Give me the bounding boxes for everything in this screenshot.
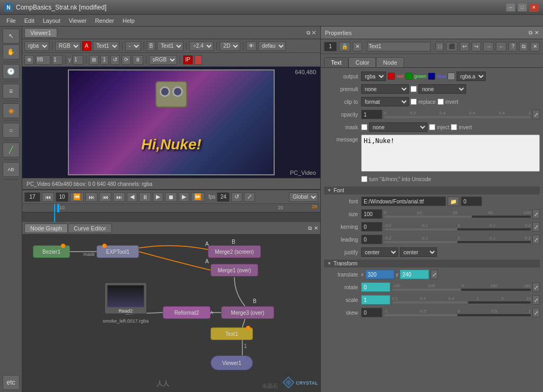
frame-value[interactable]: 1: [52, 55, 63, 65]
tool-circle[interactable]: ○: [3, 123, 20, 138]
colorspace-select[interactable]: RGB: [55, 41, 81, 51]
curve-editor-tab[interactable]: Curve Editor: [68, 224, 112, 233]
premult-select2[interactable]: none: [418, 84, 466, 94]
maximize-button[interactable]: □: [518, 3, 527, 12]
kerning-input[interactable]: 0: [361, 222, 382, 231]
opacity-anim-btn[interactable]: ⤢: [532, 110, 540, 119]
stop-btn[interactable]: ⏹: [165, 192, 177, 202]
leading-input[interactable]: 0: [361, 235, 382, 244]
premult-select1[interactable]: none: [361, 84, 409, 94]
rotate-anim-btn[interactable]: ⤢: [532, 282, 540, 292]
node-graph-area[interactable]: Bezier1 mask EXPTool1 A B Merge2 (screen…: [22, 235, 320, 392]
close-icon[interactable]: ✕: [312, 30, 316, 35]
step-fwd[interactable]: ▶: [153, 192, 163, 202]
font-section-header[interactable]: ▼ Font: [324, 186, 540, 194]
props-lock-btn[interactable]: 🔒: [339, 42, 351, 51]
size-anim-btn[interactable]: ⤢: [532, 209, 540, 219]
play-back[interactable]: ⏪: [70, 192, 84, 202]
node-bezier1[interactable]: Bezier1: [33, 245, 70, 258]
menu-layout[interactable]: Layout: [39, 16, 65, 25]
tool-etc[interactable]: etc: [3, 375, 20, 390]
tool-diagonal[interactable]: ╱: [3, 142, 20, 157]
loop-btn[interactable]: ↺: [231, 192, 242, 202]
step-back-fast[interactable]: ⏭: [85, 192, 98, 202]
props-btn2[interactable]: ⬛: [446, 42, 458, 51]
aspect-btn[interactable]: 1: [100, 55, 109, 65]
props-x-btn[interactable]: ✕: [353, 42, 362, 51]
unicode-checkbox[interactable]: [361, 176, 367, 182]
bounce-btn[interactable]: ⤢: [244, 192, 255, 202]
menu-edit[interactable]: Edit: [20, 16, 39, 25]
increment-input[interactable]: [56, 192, 68, 202]
message-textarea[interactable]: Hi,Nuke!: [361, 135, 540, 172]
panel-float-icon[interactable]: ⧉: [308, 225, 312, 231]
play-back-fast[interactable]: ⏮: [42, 192, 54, 202]
tool-arrow[interactable]: ↖: [3, 29, 20, 43]
channel-select[interactable]: rgba: [24, 41, 49, 51]
colorspace-view-select[interactable]: sRGB: [149, 55, 177, 65]
skew-input[interactable]: 0: [361, 308, 382, 317]
leading-anim-btn[interactable]: ⤢: [532, 235, 540, 244]
props-btn5[interactable]: →: [483, 42, 494, 51]
leading-slider[interactable]: [384, 241, 531, 243]
props-num-input[interactable]: [324, 42, 337, 51]
transform-section-header[interactable]: ▼ Transform: [324, 260, 540, 268]
scale-slider[interactable]: [392, 301, 531, 304]
zoom-btn[interactable]: ⊕: [24, 55, 34, 65]
play-fwd[interactable]: ▶: [179, 192, 189, 202]
tab-color[interactable]: Color: [348, 57, 376, 67]
mask-enable-checkbox[interactable]: [361, 124, 367, 130]
zoom-select[interactable]: ÷2.4: [189, 41, 214, 51]
translate-x-input[interactable]: 320: [365, 270, 395, 279]
font-index-input[interactable]: 0: [461, 197, 482, 206]
font-browse-btn[interactable]: 📁: [448, 197, 459, 206]
font-path-input[interactable]: E:/Windows/Fonts/arial.ttf: [361, 197, 446, 206]
props-btn6[interactable]: ←: [496, 42, 506, 51]
node-text1[interactable]: Text1: [211, 327, 253, 340]
viewer-tab[interactable]: Viewer1: [24, 28, 57, 38]
y-value[interactable]: 1: [73, 55, 83, 65]
grid-btn[interactable]: ⊞: [89, 55, 99, 65]
menu-render[interactable]: Render: [91, 16, 118, 25]
kerning-slider[interactable]: [384, 228, 531, 230]
node-reformat2[interactable]: Reformat2 A: [163, 306, 211, 319]
step-back[interactable]: ◀: [127, 192, 137, 202]
node-merge1[interactable]: Merge1 (over): [211, 264, 258, 277]
replace-checkbox[interactable]: [410, 99, 417, 105]
viewer-icon-btn[interactable]: 👁: [246, 41, 257, 51]
tool-clock[interactable]: 🕐: [3, 64, 20, 79]
goto-last[interactable]: ⏭: [113, 192, 125, 202]
translate-anim-btn[interactable]: ⤢: [431, 270, 438, 279]
size-input[interactable]: 100: [361, 209, 382, 219]
ip-btn[interactable]: IP: [183, 55, 193, 65]
skew-slider[interactable]: [384, 314, 531, 316]
tool-bars[interactable]: ≡: [3, 84, 20, 99]
layer-a-select[interactable]: Text1: [93, 41, 119, 51]
props-close-icon2[interactable]: ✕: [535, 30, 539, 35]
close-button[interactable]: ✕: [529, 3, 539, 12]
invert-checkbox[interactable]: [437, 99, 444, 105]
play-fwd-fast[interactable]: ⏩: [191, 192, 205, 202]
pause-btn[interactable]: ⏸: [133, 55, 143, 65]
menu-help[interactable]: Help: [118, 16, 139, 25]
op-select[interactable]: -: [125, 41, 141, 51]
layer-b-select[interactable]: Text1: [157, 41, 183, 51]
pause-play[interactable]: ⏸: [139, 192, 151, 202]
frame-number-input[interactable]: 17: [24, 192, 40, 202]
justify-h-select[interactable]: center: [361, 247, 398, 257]
menu-viewer[interactable]: Viewer: [65, 16, 91, 25]
node-graph-tab[interactable]: Node Graph: [24, 224, 68, 233]
rotate-input[interactable]: 0: [361, 282, 390, 292]
size-slider[interactable]: [384, 216, 531, 218]
refresh-btn[interactable]: ↺: [110, 55, 120, 65]
minimize-button[interactable]: ─: [506, 3, 515, 12]
props-btn1[interactable]: □: [435, 42, 444, 51]
node-merge3[interactable]: Merge3 (over): [221, 306, 274, 319]
premult-checkbox[interactable]: [410, 86, 417, 92]
props-btn3[interactable]: ↩: [460, 42, 469, 51]
tool-color[interactable]: ◉: [3, 103, 20, 118]
node-merge2[interactable]: Merge2 (screen): [208, 245, 261, 258]
props-help-btn[interactable]: ?: [509, 42, 517, 51]
pause2-btn[interactable]: [195, 55, 202, 65]
props-float-btn[interactable]: ⧉: [519, 42, 528, 51]
